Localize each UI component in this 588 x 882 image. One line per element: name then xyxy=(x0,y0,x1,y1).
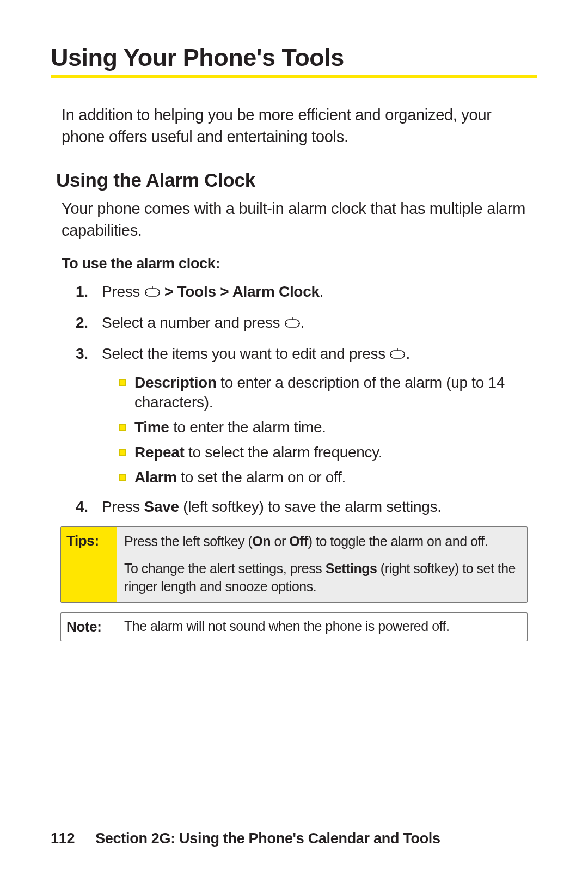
step-3: Select the items you want to edit and pr… xyxy=(76,344,537,487)
tips-text: Press the left softkey ( xyxy=(124,534,252,549)
bullet-text: to set the alarm on or off. xyxy=(177,469,346,486)
step-text: Press xyxy=(102,283,144,300)
step-bold: > Tools > Alarm Clock xyxy=(161,283,320,300)
tips-label: Tips: xyxy=(61,527,117,602)
note-callout: Note: The alarm will not sound when the … xyxy=(60,612,528,641)
step-bold: Save xyxy=(144,498,179,515)
step-text: . xyxy=(301,314,304,331)
tips-row-1: Press the left softkey (On or Off) to to… xyxy=(124,532,519,550)
page-title: Using Your Phone's Tools xyxy=(51,44,537,78)
svg-rect-8 xyxy=(390,351,405,358)
step-text: Select the items you want to edit and pr… xyxy=(102,345,389,362)
step-2: Select a number and press . xyxy=(76,313,537,334)
tips-bold: Settings xyxy=(326,561,377,576)
list-item: Time to enter the alarm time. xyxy=(118,418,537,437)
note-label: Note: xyxy=(61,613,117,641)
nav-key-icon xyxy=(389,346,406,365)
tips-text: or xyxy=(271,534,289,549)
tips-callout: Tips: Press the left softkey (On or Off)… xyxy=(60,526,528,603)
step-text: Press xyxy=(102,498,144,515)
divider xyxy=(124,555,519,555)
step-text: (left softkey) to save the alarm setting… xyxy=(179,498,442,515)
bullet-bold: Time xyxy=(134,419,169,436)
step-text: . xyxy=(320,283,323,300)
nav-key-icon xyxy=(144,284,161,303)
list-item: Description to enter a description of th… xyxy=(118,373,537,412)
step-4: Press Save (left softkey) to save the al… xyxy=(76,497,537,517)
footer-text: Section 2G: Using the Phone's Calendar a… xyxy=(95,830,440,847)
list-item: Repeat to select the alarm frequency. xyxy=(118,443,537,462)
list-item: Alarm to set the alarm on or off. xyxy=(118,468,537,487)
step-text: Select a number and press xyxy=(102,314,284,331)
tips-text: ) to toggle the alarm on and off. xyxy=(308,534,488,549)
svg-rect-0 xyxy=(145,289,160,296)
page: Using Your Phone's Tools In addition to … xyxy=(0,0,588,882)
note-body: The alarm will not sound when the phone … xyxy=(117,613,527,641)
intro-paragraph: In addition to helping you be more effic… xyxy=(62,104,526,148)
section-intro: Your phone comes with a built-in alarm c… xyxy=(62,198,526,241)
tips-bold: Off xyxy=(289,534,308,549)
nav-key-icon xyxy=(284,315,301,334)
bullet-bold: Alarm xyxy=(134,469,177,486)
svg-rect-4 xyxy=(285,320,299,327)
step-list: Press > Tools > Alarm Clock. Select a nu… xyxy=(76,282,537,517)
page-footer: 112Section 2G: Using the Phone's Calenda… xyxy=(51,830,440,847)
tips-body: Press the left softkey (On or Off) to to… xyxy=(117,527,527,602)
bullet-text: to enter the alarm time. xyxy=(169,419,326,436)
procedure-lead: To use the alarm clock: xyxy=(62,255,537,272)
bullet-bold: Repeat xyxy=(134,444,185,461)
step-text: . xyxy=(406,345,409,362)
step-1: Press > Tools > Alarm Clock. xyxy=(76,282,537,303)
section-heading: Using the Alarm Clock xyxy=(56,169,537,191)
tips-bold: On xyxy=(252,534,271,549)
bullet-list: Description to enter a description of th… xyxy=(118,373,537,487)
tips-text: To change the alert settings, press xyxy=(124,561,326,576)
page-number: 112 xyxy=(51,830,75,847)
tips-row-2: To change the alert settings, press Sett… xyxy=(124,560,519,596)
bullet-bold: Description xyxy=(134,374,217,391)
bullet-text: to select the alarm frequency. xyxy=(185,444,383,461)
